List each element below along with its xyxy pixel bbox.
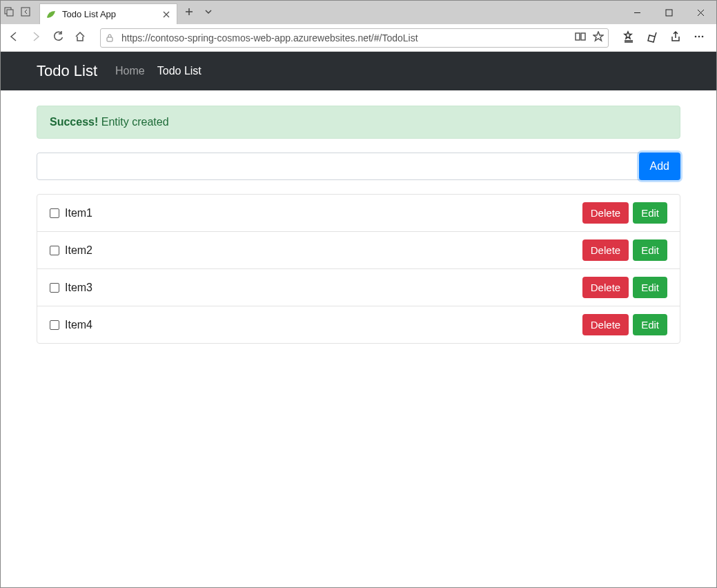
alert-strong: Success! — [50, 116, 98, 128]
delete-button[interactable]: Delete — [582, 202, 629, 224]
notes-icon[interactable] — [646, 30, 658, 45]
forward-button[interactable] — [30, 30, 42, 45]
browser-tab[interactable]: Todo List App — [39, 3, 177, 24]
tab-actions-icon[interactable] — [3, 6, 14, 19]
item-label: Item3 — [65, 282, 92, 294]
lock-icon — [105, 33, 115, 43]
item-label: Item4 — [65, 319, 92, 331]
window-maximize-button[interactable] — [653, 1, 685, 24]
todo-list: Item1 Delete Edit Item2 Delete Edit Item… — [37, 194, 680, 344]
nav-link-home[interactable]: Home — [115, 65, 145, 77]
item-checkbox[interactable] — [50, 320, 59, 330]
favorites-list-icon[interactable] — [622, 30, 635, 45]
list-item: Item4 Delete Edit — [37, 306, 680, 343]
add-item-row: Add — [37, 153, 680, 180]
home-button[interactable] — [74, 30, 86, 45]
list-item: Item1 Delete Edit — [37, 195, 680, 231]
svg-rect-5 — [576, 33, 580, 40]
nav-link-todolist[interactable]: Todo List — [157, 65, 202, 77]
list-item: Item2 Delete Edit — [37, 231, 680, 268]
app-navbar: Todo List Home Todo List — [1, 52, 716, 90]
favorite-star-icon[interactable] — [593, 31, 604, 44]
svg-rect-2 — [21, 8, 30, 16]
spring-leaf-icon — [46, 9, 57, 20]
edit-button[interactable]: Edit — [633, 239, 667, 261]
item-checkbox[interactable] — [50, 246, 59, 255]
item-checkbox[interactable] — [50, 208, 59, 218]
reading-view-icon[interactable] — [575, 31, 586, 44]
chevron-down-icon[interactable] — [204, 7, 213, 19]
refresh-button[interactable] — [52, 30, 64, 45]
svg-point-8 — [698, 36, 700, 38]
svg-rect-3 — [666, 10, 672, 16]
window-title-bar: Todo List App — [1, 1, 716, 24]
url-box[interactable] — [100, 28, 609, 48]
edit-button[interactable]: Edit — [633, 277, 667, 298]
tab-aside-icon[interactable] — [20, 6, 31, 19]
delete-button[interactable]: Delete — [582, 239, 629, 261]
item-label: Item1 — [65, 207, 92, 219]
success-alert: Success! Entity created — [37, 106, 680, 139]
item-checkbox[interactable] — [50, 283, 59, 293]
navbar-brand[interactable]: Todo List — [37, 62, 97, 80]
alert-text: Entity created — [98, 116, 168, 128]
page-content: Success! Entity created Add Item1 Delete… — [1, 90, 716, 359]
tab-title: Todo List App — [62, 9, 116, 19]
delete-button[interactable]: Delete — [582, 314, 629, 335]
edit-button[interactable]: Edit — [633, 202, 667, 224]
more-icon[interactable] — [693, 30, 705, 45]
list-item: Item3 Delete Edit — [37, 268, 680, 306]
delete-button[interactable]: Delete — [582, 277, 629, 298]
svg-point-7 — [695, 36, 697, 38]
add-item-input[interactable] — [37, 153, 640, 180]
edit-button[interactable]: Edit — [633, 314, 667, 335]
url-input[interactable] — [120, 32, 575, 44]
new-tab-icon[interactable] — [184, 7, 194, 19]
window-close-button[interactable] — [685, 1, 716, 24]
browser-address-bar — [1, 24, 716, 52]
back-button[interactable] — [8, 30, 20, 45]
add-button[interactable]: Add — [639, 153, 680, 180]
svg-rect-4 — [107, 37, 112, 41]
share-icon[interactable] — [669, 30, 682, 45]
close-tab-icon[interactable] — [161, 10, 171, 19]
window-minimize-button[interactable] — [621, 1, 653, 24]
svg-rect-1 — [7, 10, 13, 16]
svg-point-9 — [702, 36, 704, 38]
item-label: Item2 — [65, 244, 92, 257]
svg-rect-6 — [581, 33, 585, 40]
